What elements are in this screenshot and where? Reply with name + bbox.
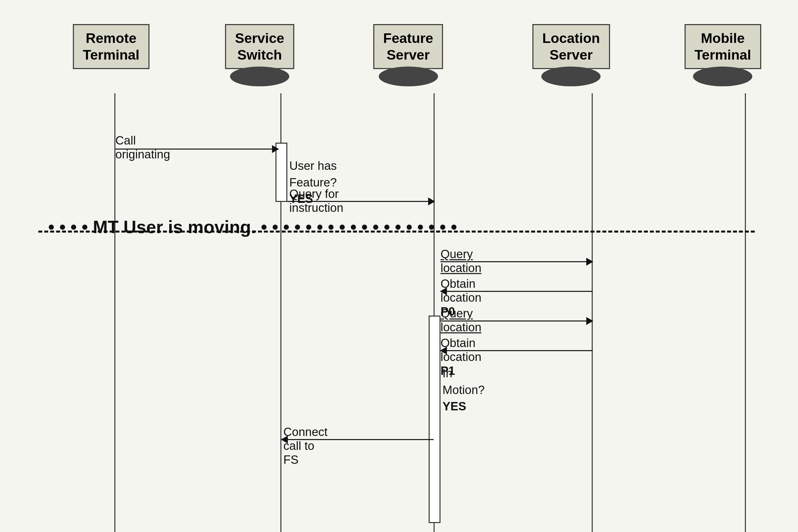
ls-ellipse [542, 67, 601, 87]
label-query-location-1: Query location [440, 247, 481, 275]
ss-ellipse [230, 67, 289, 87]
mt-ellipse [693, 67, 753, 87]
node-fs-label: FeatureServer [383, 30, 433, 63]
node-rt-label: RemoteTerminal [83, 30, 139, 63]
activation-fs [429, 316, 440, 523]
lifeline-mt [745, 93, 746, 532]
node-ls-label: LocationServer [542, 30, 600, 63]
node-ss-label: ServiceSwitch [235, 30, 284, 63]
label-connect-call: Connect call to FS [284, 425, 328, 467]
node-mobile-terminal: MobileTerminal [685, 24, 761, 87]
label-mt-user-moving: • • • • MT User is moving. • • • • • • •… [48, 217, 457, 238]
node-mt-label: MobileTerminal [695, 30, 751, 63]
node-location-server: LocationServer [532, 24, 610, 87]
label-in-motion: In Motion?YES [442, 365, 485, 415]
node-feature-server: FeatureServer [373, 24, 443, 87]
fs-ellipse [379, 67, 438, 87]
label-query-instruction: Query for instruction [289, 187, 343, 215]
label-call-originating: Call originating [115, 134, 170, 162]
label-query-location-2: Query location [440, 307, 481, 335]
lifeline-ls [592, 93, 593, 532]
node-service-switch: ServiceSwitch [225, 24, 294, 87]
node-remote-terminal: RemoteTerminal [73, 24, 149, 69]
sequence-diagram: RemoteTerminal ServiceSwitch FeatureServ… [0, 0, 798, 532]
